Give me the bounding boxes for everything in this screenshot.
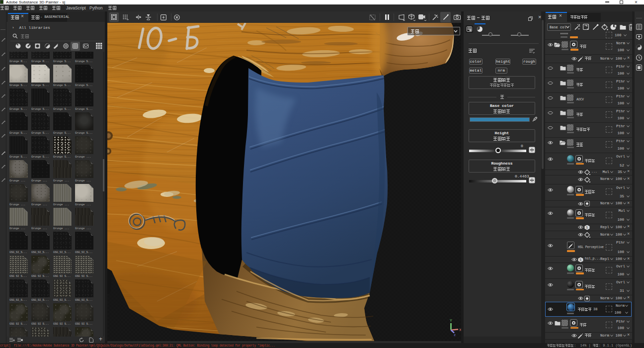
svg-text:S: S <box>586 226 588 230</box>
svg-text:z: z <box>454 333 456 337</box>
svg-text:Y: Y <box>450 318 452 323</box>
svg-text:S: S <box>579 258 581 262</box>
